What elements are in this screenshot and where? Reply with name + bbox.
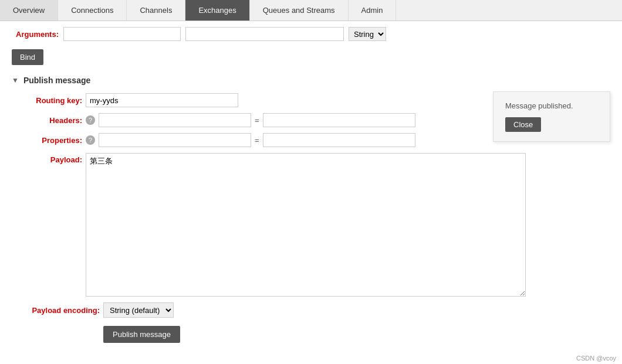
encoding-select[interactable]: String (default): [103, 302, 174, 318]
payload-row: Payload: 第三条: [12, 153, 610, 297]
arguments-input-1[interactable]: [63, 27, 181, 41]
properties-equals: =: [255, 136, 259, 145]
headers-input-2[interactable]: [263, 113, 415, 127]
routing-key-label: Routing key:: [12, 96, 82, 105]
arguments-label: Arguments:: [12, 30, 59, 39]
nav-bar: Overview Connections Channels Exchanges …: [0, 0, 622, 21]
properties-input-2[interactable]: [263, 133, 415, 147]
headers-input-1[interactable]: [99, 113, 251, 127]
publish-message-section: ▼ Publish message: [12, 76, 610, 85]
encoding-row: Payload encoding: String (default): [12, 302, 610, 318]
tab-exchanges[interactable]: Exchanges: [185, 0, 249, 21]
properties-help-icon[interactable]: ?: [86, 135, 95, 145]
collapse-triangle[interactable]: ▼: [12, 76, 19, 84]
tab-admin[interactable]: Admin: [349, 0, 397, 21]
payload-textarea[interactable]: 第三条: [86, 153, 526, 297]
main-content: Arguments: String Bind ▼ Publish message…: [0, 21, 622, 349]
notification-box: Message published. Close: [493, 91, 610, 142]
arguments-type-select[interactable]: String: [349, 27, 386, 41]
headers-label: Headers:: [12, 116, 82, 125]
headers-help-icon[interactable]: ?: [86, 115, 95, 125]
bind-button[interactable]: Bind: [12, 49, 43, 65]
arguments-input-2[interactable]: [185, 27, 344, 41]
headers-equals: =: [255, 116, 259, 125]
payload-label: Payload:: [12, 153, 82, 164]
tab-connections[interactable]: Connections: [58, 0, 127, 21]
encoding-label: Payload encoding:: [12, 306, 100, 315]
publish-message-title: Publish message: [23, 76, 90, 85]
notification-message: Message published.: [505, 101, 598, 110]
arguments-row: Arguments: String: [12, 27, 610, 41]
routing-key-input[interactable]: [86, 93, 238, 107]
tab-queues-streams[interactable]: Queues and Streams: [250, 0, 349, 21]
tab-overview[interactable]: Overview: [0, 0, 58, 21]
tab-channels[interactable]: Channels: [127, 0, 185, 21]
properties-label: Properties:: [12, 136, 82, 145]
publish-message-button[interactable]: Publish message: [103, 326, 180, 343]
notification-close-button[interactable]: Close: [505, 117, 541, 132]
properties-input-1[interactable]: [99, 133, 251, 147]
